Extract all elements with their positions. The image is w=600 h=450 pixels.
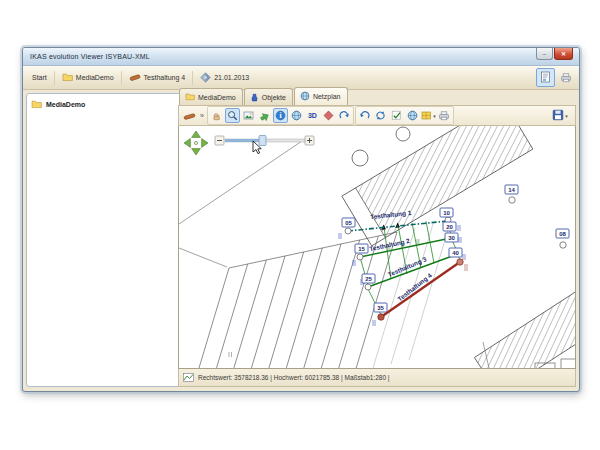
- info-tool-button[interactable]: i: [273, 108, 288, 123]
- view-3d-button[interactable]: 3D: [305, 108, 320, 123]
- node-05[interactable]: 05: [342, 218, 355, 227]
- check-cursor-icon: [391, 107, 402, 125]
- pan-hand-button[interactable]: [209, 108, 224, 123]
- undo-arrow-icon: [359, 107, 370, 125]
- ribbon-separator: [192, 71, 193, 85]
- zoom-slider[interactable]: [215, 136, 314, 146]
- redo-arrow-icon: [339, 107, 350, 125]
- node-30[interactable]: 30: [445, 233, 458, 242]
- folder-icon: [31, 99, 42, 110]
- pipe-testhaltung-3[interactable]: [368, 255, 455, 287]
- window-controls: – ✕: [536, 48, 573, 60]
- map-tool-group: i 3D: [207, 106, 354, 125]
- globe-icon: [407, 107, 418, 125]
- window-body: MediaDemo MediaDemo Objekte Netzplan: [23, 89, 579, 391]
- refresh-icon: [375, 107, 386, 125]
- objects-icon: [250, 92, 259, 103]
- tree-item-mediademo[interactable]: MediaDemo: [31, 99, 178, 110]
- globe-icon: [300, 91, 310, 102]
- ribbon-item-testhaltung4[interactable]: Testhaltung 4: [125, 70, 190, 85]
- globe-settings-button[interactable]: [405, 108, 420, 123]
- ribbon-item-date[interactable]: 21.01.2013: [196, 70, 253, 86]
- building-hatched-top: [342, 126, 533, 246]
- minimize-button[interactable]: –: [536, 48, 553, 60]
- desktop: { "window": { "title": "IKAS evolution V…: [0, 0, 600, 450]
- zoom-slider-handle[interactable]: [259, 136, 266, 146]
- globe-icon: [291, 107, 302, 125]
- node-25[interactable]: 25: [362, 274, 375, 283]
- red-diamond-icon: [323, 107, 334, 125]
- report-button[interactable]: [536, 68, 555, 87]
- draw-pipe-button[interactable]: [182, 108, 197, 123]
- pipe-label-4: Testhaltung 4: [396, 271, 434, 303]
- print-button[interactable]: [557, 69, 574, 86]
- image-icon: [243, 107, 254, 125]
- ribbon-right-tools: [536, 68, 574, 87]
- 3d-icon: 3D: [308, 112, 317, 119]
- pipe-icon: [129, 72, 141, 83]
- title-bar[interactable]: IKAS evolution Viewer ISYBAU-XML – ✕: [23, 48, 579, 66]
- toolbar-overflow-button[interactable]: »: [198, 112, 206, 119]
- svg-text:05: 05: [345, 220, 352, 226]
- svg-text:15: 15: [358, 246, 365, 252]
- ribbon-item-label: Testhaltung 4: [144, 74, 186, 81]
- ribbon-item-label: MediaDemo: [76, 74, 114, 81]
- tab-mediademo[interactable]: MediaDemo: [179, 88, 243, 105]
- save-disk-icon: [552, 107, 564, 125]
- zoom-tool-button[interactable]: [225, 108, 240, 123]
- svg-text:08: 08: [559, 231, 566, 237]
- printer-icon: [560, 69, 572, 87]
- green-arrow-icon: [259, 107, 270, 125]
- undo-button[interactable]: [357, 108, 372, 123]
- main-area: MediaDemo Objekte Netzplan »: [178, 89, 576, 387]
- svg-text:14: 14: [508, 187, 515, 193]
- style-button[interactable]: [321, 108, 336, 123]
- netzplan-canvas[interactable]: 05 10 20 30 40 15 25 35 14 08 Testhaltun…: [178, 126, 576, 369]
- building-hatched-bottom-right: [474, 274, 575, 368]
- project-tree-panel[interactable]: MediaDemo: [26, 93, 183, 387]
- close-button[interactable]: ✕: [554, 48, 573, 60]
- ribbon-item-mediademo[interactable]: MediaDemo: [58, 70, 118, 85]
- zoom-slider-fill: [225, 139, 262, 142]
- tab-objekte[interactable]: Objekte: [244, 88, 293, 105]
- node-35[interactable]: 35: [374, 303, 387, 312]
- redo-button[interactable]: [337, 108, 352, 123]
- chevron-down-icon: ▾: [565, 113, 568, 119]
- svg-text:30: 30: [448, 235, 455, 241]
- document-tabs: MediaDemo Objekte Netzplan: [178, 89, 576, 105]
- background-image-button[interactable]: [241, 108, 256, 123]
- parcel-stripes: [206, 236, 379, 368]
- export-view-button[interactable]: [257, 108, 272, 123]
- tab-netzplan[interactable]: Netzplan: [294, 87, 348, 105]
- svg-text:40: 40: [452, 250, 459, 256]
- globe-view-button[interactable]: [289, 108, 304, 123]
- node-10[interactable]: 10: [440, 208, 453, 217]
- ribbon-separator: [54, 71, 55, 85]
- print-map-button[interactable]: [437, 108, 452, 123]
- select-objects-button[interactable]: [389, 108, 404, 123]
- folder-icon: [62, 72, 73, 83]
- node-08[interactable]: 08: [556, 229, 569, 238]
- window-title: IKAS evolution Viewer ISYBAU-XML: [30, 53, 150, 60]
- pan-control[interactable]: [184, 131, 208, 155]
- layers-dropdown-button[interactable]: ▾: [421, 108, 436, 123]
- map-toolbar: » i 3D ▾: [178, 105, 576, 126]
- tab-label: Objekte: [262, 94, 286, 101]
- ribbon-separator: [121, 71, 122, 85]
- tab-label: Netzplan: [313, 93, 341, 100]
- node-20[interactable]: 20: [443, 222, 456, 231]
- node-15[interactable]: 15: [355, 244, 368, 253]
- svg-text:35: 35: [377, 305, 384, 311]
- refresh-button[interactable]: [373, 108, 388, 123]
- pipe-icon: [183, 107, 196, 125]
- map-status-icon: [183, 373, 194, 383]
- ribbon-item-start[interactable]: Start: [28, 72, 51, 83]
- tab-label: MediaDemo: [198, 94, 236, 101]
- node-14[interactable]: 14: [505, 185, 518, 194]
- report-icon: [540, 69, 551, 87]
- node-40[interactable]: 40: [449, 248, 462, 257]
- tree-item-label: MediaDemo: [46, 101, 85, 108]
- save-map-button[interactable]: ▾: [548, 108, 572, 123]
- magnifier-icon: [227, 107, 238, 125]
- hand-icon: [211, 107, 222, 125]
